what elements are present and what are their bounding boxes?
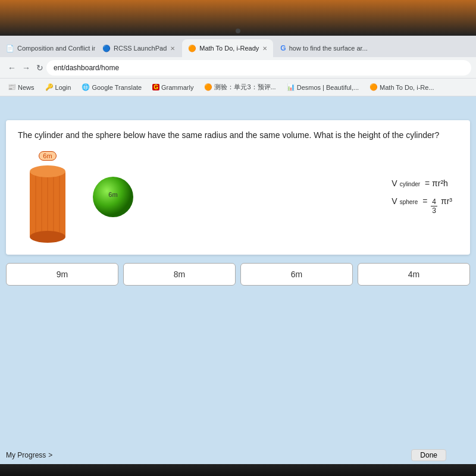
vsphere-fraction: 4 3	[431, 198, 437, 215]
tab-close-math[interactable]: ✕	[262, 45, 267, 52]
webcam	[236, 29, 240, 33]
tab-launchpad[interactable]: 🔵 RCSS LaunchPad ✕	[96, 39, 181, 57]
tab-composition[interactable]: 📄 Composition and Conflict in you... ✕	[0, 39, 95, 57]
bookmark-translate[interactable]: 🌐 Google Translate	[79, 82, 145, 92]
desmos-icon: 📊	[287, 83, 295, 91]
formulas-area: Vcylinder = πr²h Vsphere = 4 3 πr³	[392, 178, 452, 215]
cylinder-radius-label: 6m	[39, 151, 56, 161]
tab-google[interactable]: G how to find the surface ar... ✕	[274, 39, 369, 57]
quiz-icon: 🟠	[204, 83, 212, 91]
vsphere-v: V	[392, 196, 397, 206]
vcylinder-v: V	[392, 178, 397, 188]
sphere-radius-label: 6m	[108, 191, 117, 198]
top-spacer	[0, 96, 476, 120]
shapes-left: 6m	[24, 151, 137, 243]
tab-favicon-math: 🟠	[188, 45, 196, 52]
tab-math[interactable]: 🟠 Math To Do, i-Ready ✕	[182, 39, 273, 57]
bookmark-desmos[interactable]: 📊 Desmos | Beautiful,...	[284, 82, 362, 92]
browser-window: 📄 Composition and Conflict in you... ✕ 🔵…	[0, 36, 476, 464]
vsphere-eq-post: πr³	[441, 196, 452, 206]
vcylinder-eq: = πr²h	[422, 178, 448, 188]
answer-8m[interactable]: 8m	[123, 263, 236, 286]
svg-point-7	[30, 165, 65, 177]
tab-bar: 📄 Composition and Conflict in you... ✕ 🔵…	[0, 36, 476, 57]
laptop-bottom-bezel	[0, 464, 476, 476]
svg-point-6	[30, 231, 65, 243]
tab-close-launchpad[interactable]: ✕	[170, 45, 175, 52]
mathdo-icon: 🟠	[369, 83, 378, 91]
frac-numerator: 4	[431, 198, 437, 206]
vsphere-eq-pre: =	[420, 196, 427, 206]
laptop-top-bezel	[0, 0, 476, 36]
chevron-right-icon: >	[48, 451, 52, 459]
tab-favicon-launchpad: 🔵	[102, 45, 111, 52]
bookmark-grammarly[interactable]: G Grammarly	[149, 83, 196, 92]
sphere-formula: Vsphere = 4 3 πr³	[392, 196, 452, 215]
my-progress-link[interactable]: My Progress >	[6, 451, 52, 459]
cylinder-formula: Vcylinder = πr²h	[392, 178, 452, 188]
bookmarks-bar: 📰 News 🔑 Login 🌐 Google Translate G Gram…	[0, 79, 476, 96]
sphere-container: 6m	[89, 173, 137, 221]
bookmark-login[interactable]: 🔑 Login	[42, 82, 74, 92]
grammarly-icon: G	[152, 84, 159, 90]
vsphere-sub: sphere	[400, 199, 418, 205]
news-icon: 📰	[8, 83, 16, 91]
tab-favicon-google: G	[280, 44, 286, 52]
reload-button[interactable]: ↻	[33, 62, 46, 74]
answer-choices: 9m 8m 6m 4m	[6, 263, 470, 286]
back-button[interactable]: ←	[5, 62, 19, 74]
shapes-area: 6m	[18, 151, 458, 243]
answer-9m[interactable]: 9m	[6, 263, 118, 286]
tab-favicon-composition: 📄	[6, 45, 14, 52]
forward-button[interactable]: →	[19, 62, 33, 74]
address-bar: ← → ↻	[0, 57, 476, 79]
cylinder-container: 6m	[24, 151, 71, 243]
address-input[interactable]	[46, 60, 471, 76]
cylinder-svg	[24, 159, 71, 243]
bookmark-quiz[interactable]: 🟠 测验：单元3：预评...	[201, 82, 278, 93]
question-text: The cylinder and the sphere below have t…	[18, 130, 458, 142]
bookmark-news[interactable]: 📰 News	[5, 82, 37, 92]
answer-4m[interactable]: 4m	[358, 263, 470, 286]
page-content: The cylinder and the sphere below have t…	[0, 96, 476, 464]
login-icon: 🔑	[45, 83, 54, 91]
question-card: The cylinder and the sphere below have t…	[6, 120, 470, 255]
frac-denominator: 3	[431, 206, 437, 215]
answer-6m[interactable]: 6m	[240, 263, 353, 286]
translate-icon: 🌐	[82, 83, 90, 91]
done-button[interactable]: Done	[411, 449, 446, 461]
vcylinder-sub: cylinder	[400, 181, 420, 187]
bottom-bar: My Progress > Done	[0, 446, 476, 464]
bookmark-mathdo[interactable]: 🟠 Math To Do, i-Re...	[367, 82, 437, 92]
